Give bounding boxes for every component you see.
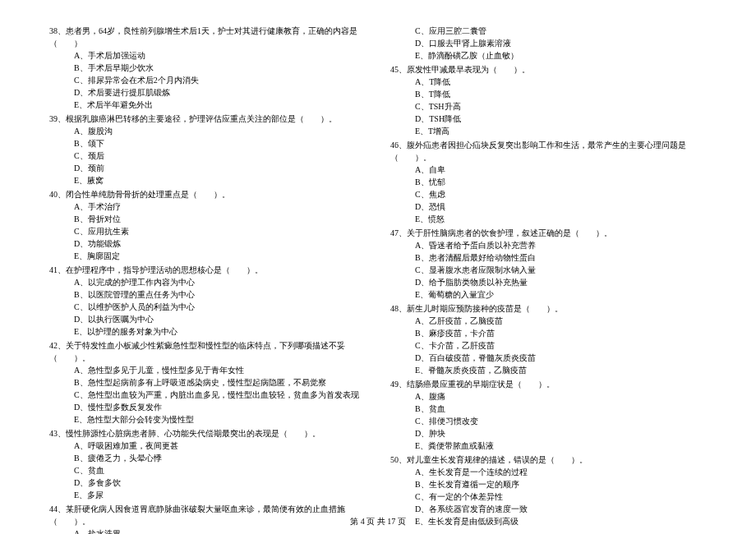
option-c: C、TSH升高	[415, 100, 707, 113]
option-c: C、排尿异常会在术后2个月内消失	[74, 74, 366, 86]
option-c: C、有一定的个体差异性	[415, 490, 707, 503]
option-e: E、T增高	[415, 125, 707, 137]
option-e: E、脊髓灰质炎疫苗，乙脑疫苗	[415, 364, 707, 376]
page-footer: 第 4 页 共 17 页	[0, 516, 756, 527]
option-d: D、多食多饮	[74, 476, 366, 489]
page-columns: 38、患者男，64岁，良性前列腺增生术后1天，护士对其进行健康教育，正确的内容是…	[49, 25, 707, 534]
question-options: C、应用三腔二囊管 D、口服去甲肾上腺素溶液 E、静滴酚磺乙胺（止血敏）	[390, 25, 707, 62]
question-options: A、乙肝疫苗，乙脑疫苗 B、麻疹疫苗，卡介苗 C、卡介苗，乙肝疫苗 D、百白破疫…	[390, 315, 707, 376]
option-c: C、应用抗生素	[74, 225, 366, 237]
question-45: 45、原发性甲减最早表现为（ ）。 A、T降低 B、T降低 C、TSH升高 D、…	[390, 63, 707, 137]
option-b: B、麻疹疫苗，卡介苗	[415, 327, 707, 339]
question-41: 41、在护理程序中，指导护理活动的思想核心是（ ）。 A、以完成的护理工作内容为…	[49, 264, 366, 338]
question-options: A、昏迷者给予蛋白质以补充营养 B、患者清醒后最好给动物性蛋白 C、显著腹水患者…	[390, 239, 707, 301]
question-39: 39、根据乳腺癌淋巴转移的主要途径，护理评估应重点关注的部位是（ ）。 A、腹股…	[49, 113, 366, 186]
option-e: E、静滴酚磺乙胺（止血敏）	[415, 49, 707, 62]
question-text: 41、在护理程序中，指导护理活动的思想核心是（ ）。	[49, 264, 366, 276]
option-a: A、手术治疗	[74, 200, 366, 213]
question-42: 42、关于特发性血小板减少性紫癜急性型和慢性型的临床特点，下列哪项描述不妥（ ）…	[49, 339, 366, 426]
option-d: D、给予脂肪类物质以补充热量	[415, 276, 707, 288]
question-46: 46、腹外疝患者因担心疝块反复突出影响工作和生活，最常产生的主要心理问题是（ ）…	[390, 139, 707, 225]
option-a: A、呼吸困难加重，夜间更甚	[74, 440, 366, 452]
question-44-cont: C、应用三腔二囊管 D、口服去甲肾上腺素溶液 E、静滴酚磺乙胺（止血敏）	[390, 25, 707, 62]
question-text: 38、患者男，64岁，良性前列腺增生术后1天，护士对其进行健康教育，正确的内容是…	[49, 25, 366, 49]
option-d: D、恐惧	[415, 200, 707, 213]
option-a: A、腹股沟	[74, 125, 366, 137]
option-b: B、骨折对位	[74, 213, 366, 225]
option-b: B、以医院管理的重点任务为中心	[74, 288, 366, 301]
option-b: B、忧郁	[415, 176, 707, 188]
option-e: E、粪便带脓血或黏液	[415, 440, 707, 452]
question-text: 43、慢性肺源性心脏病患者肺、心功能失代偿期最突出的表现是（ ）。	[49, 427, 366, 440]
option-a: A、手术后加强运动	[74, 49, 366, 62]
question-options: A、手术治疗 B、骨折对位 C、应用抗生素 D、功能锻炼 E、胸廓固定	[49, 200, 366, 262]
question-text: 47、关于肝性脑病患者的饮食护理，叙述正确的是（ ）。	[390, 227, 707, 239]
option-a: A、昏迷者给予蛋白质以补充营养	[415, 239, 707, 251]
option-e: E、以护理的服务对象为中心	[74, 325, 366, 338]
option-d: D、TSH降低	[415, 113, 707, 125]
option-b: B、T降低	[415, 88, 707, 100]
option-c: C、应用三腔二囊管	[415, 25, 707, 37]
option-c: C、急性型出血较为严重，内脏出血多见，慢性型出血较轻，贫血多为首发表现	[74, 389, 366, 401]
option-d: D、术后要进行提肛肌锻炼	[74, 86, 366, 99]
option-d: D、各系统器官发育的速度一致	[415, 503, 707, 515]
option-e: E、多尿	[74, 489, 366, 501]
question-text: 48、新生儿时期应预防接种的疫苗是（ ）。	[390, 302, 707, 315]
option-a: A、自卑	[415, 163, 707, 176]
option-a: A、乙肝疫苗，乙脑疫苗	[415, 315, 707, 327]
option-b: B、疲倦乏力，头晕心悸	[74, 452, 366, 464]
question-48: 48、新生儿时期应预防接种的疫苗是（ ）。 A、乙肝疫苗，乙脑疫苗 B、麻疹疫苗…	[390, 302, 707, 376]
option-c: C、以维护医护人员的利益为中心	[74, 301, 366, 313]
option-d: D、颈前	[74, 162, 366, 174]
option-a: A、生长发育是一个连续的过程	[415, 466, 707, 478]
question-43: 43、慢性肺源性心脏病患者肺、心功能失代偿期最突出的表现是（ ）。 A、呼吸困难…	[49, 427, 366, 501]
option-b: B、急性型起病前多有上呼吸道感染病史，慢性型起病隐匿，不易觉察	[74, 376, 366, 389]
question-options: A、呼吸困难加重，夜间更甚 B、疲倦乏力，头晕心悸 C、贫血 D、多食多饮 E、…	[49, 440, 366, 501]
question-options: A、自卑 B、忧郁 C、焦虑 D、恐惧 E、愤怒	[390, 163, 707, 225]
question-text: 50、对儿童生长发育规律的描述，错误的是（ ）。	[390, 453, 707, 466]
option-c: C、焦虑	[415, 188, 707, 200]
option-b: B、手术后早期少饮水	[74, 62, 366, 74]
question-text: 45、原发性甲减最早表现为（ ）。	[390, 63, 707, 76]
option-b: B、生长发育遵循一定的顺序	[415, 478, 707, 490]
question-text: 39、根据乳腺癌淋巴转移的主要途径，护理评估应重点关注的部位是（ ）。	[49, 113, 366, 125]
question-49: 49、结肠癌最应重视的早期症状是（ ）。 A、腹痛 B、贫血 C、排便习惯改变 …	[390, 378, 707, 452]
option-d: D、肿块	[415, 427, 707, 440]
option-a: A、T降低	[415, 76, 707, 88]
option-a: A、以完成的护理工作内容为中心	[74, 276, 366, 288]
option-e: E、胸廓固定	[74, 250, 366, 262]
option-a: A、急性型多见于儿童，慢性型多见于青年女性	[74, 364, 366, 376]
question-options: A、腹股沟 B、颌下 C、颈后 D、颈前 E、腋窝	[49, 125, 366, 186]
question-options: A、T降低 B、T降低 C、TSH升高 D、TSH降低 E、T增高	[390, 76, 707, 137]
question-40: 40、闭合性单纯肋骨骨折的处理重点是（ ）。 A、手术治疗 B、骨折对位 C、应…	[49, 188, 366, 262]
question-text: 42、关于特发性血小板减少性紫癜急性型和慢性型的临床特点，下列哪项描述不妥（ ）…	[49, 339, 366, 364]
option-e: E、愤怒	[415, 213, 707, 225]
option-d: D、口服去甲肾上腺素溶液	[415, 37, 707, 49]
option-a: A、盐水洗胃	[74, 527, 366, 534]
option-e: E、术后半年避免外出	[74, 99, 366, 111]
question-options: A、手术后加强运动 B、手术后早期少饮水 C、排尿异常会在术后2个月内消失 D、…	[49, 49, 366, 111]
option-c: C、颈后	[74, 150, 366, 162]
left-column: 38、患者男，64岁，良性前列腺增生术后1天，护士对其进行健康教育，正确的内容是…	[49, 25, 366, 534]
option-c: C、排便习惯改变	[415, 415, 707, 427]
question-options: A、急性型多见于儿童，慢性型多见于青年女性 B、急性型起病前多有上呼吸道感染病史…	[49, 364, 366, 426]
option-c: C、显著腹水患者应限制水钠入量	[415, 264, 707, 276]
question-38: 38、患者男，64岁，良性前列腺增生术后1天，护士对其进行健康教育，正确的内容是…	[49, 25, 366, 111]
option-e: E、急性型大部分会转变为慢性型	[74, 413, 366, 426]
option-d: D、功能锻炼	[74, 237, 366, 250]
option-c: C、卡介苗，乙肝疫苗	[415, 339, 707, 352]
option-b: B、患者清醒后最好给动物性蛋白	[415, 251, 707, 264]
option-e: E、腋窝	[74, 174, 366, 186]
option-d: D、慢性型多数反复发作	[74, 401, 366, 413]
question-text: 49、结肠癌最应重视的早期症状是（ ）。	[390, 378, 707, 390]
option-c: C、贫血	[74, 464, 366, 476]
question-options: A、以完成的护理工作内容为中心 B、以医院管理的重点任务为中心 C、以维护医护人…	[49, 276, 366, 338]
question-47: 47、关于肝性脑病患者的饮食护理，叙述正确的是（ ）。 A、昏迷者给予蛋白质以补…	[390, 227, 707, 301]
option-e: E、葡萄糖的入量宜少	[415, 288, 707, 301]
right-column: C、应用三腔二囊管 D、口服去甲肾上腺素溶液 E、静滴酚磺乙胺（止血敏） 45、…	[390, 25, 707, 534]
option-a: A、腹痛	[415, 390, 707, 403]
question-options: A、盐水洗胃 B、静滴脑垂体后叶素	[49, 527, 366, 534]
option-b: B、颌下	[74, 137, 366, 150]
option-d: D、百白破疫苗，脊髓灰质炎疫苗	[415, 352, 707, 364]
option-d: D、以执行医嘱为中心	[74, 313, 366, 325]
